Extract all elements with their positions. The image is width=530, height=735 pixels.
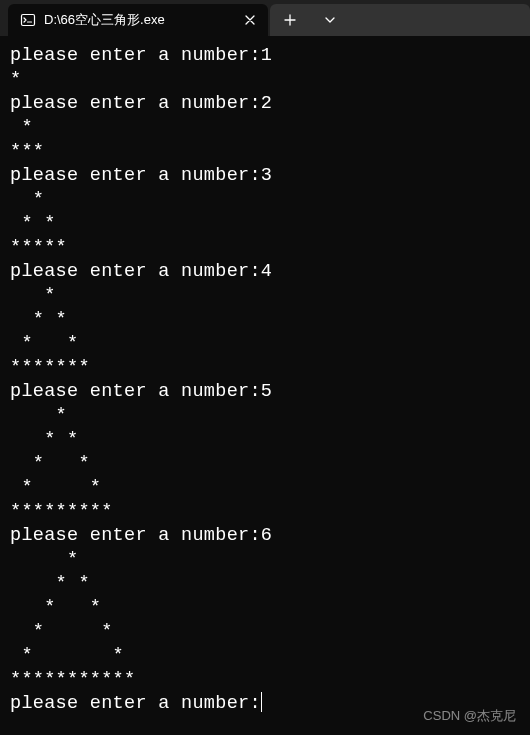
console-text: please enter a number:1 * please enter a… bbox=[10, 45, 272, 714]
svg-rect-0 bbox=[22, 15, 35, 26]
titlebar-actions bbox=[270, 4, 530, 36]
tab-dropdown-button[interactable] bbox=[310, 4, 350, 36]
window-titlebar: D:\66空心三角形.exe bbox=[0, 0, 530, 36]
console-output[interactable]: please enter a number:1 * please enter a… bbox=[0, 36, 530, 724]
new-tab-button[interactable] bbox=[270, 4, 310, 36]
tab-title: D:\66空心三角形.exe bbox=[44, 11, 212, 29]
close-icon bbox=[244, 14, 256, 26]
plus-icon bbox=[284, 14, 296, 26]
active-tab[interactable]: D:\66空心三角形.exe bbox=[8, 4, 268, 36]
watermark: CSDN @杰克尼 bbox=[423, 707, 516, 725]
terminal-icon bbox=[20, 12, 36, 28]
tab-close-button[interactable] bbox=[240, 10, 260, 30]
chevron-down-icon bbox=[324, 14, 336, 26]
text-cursor bbox=[261, 692, 262, 712]
